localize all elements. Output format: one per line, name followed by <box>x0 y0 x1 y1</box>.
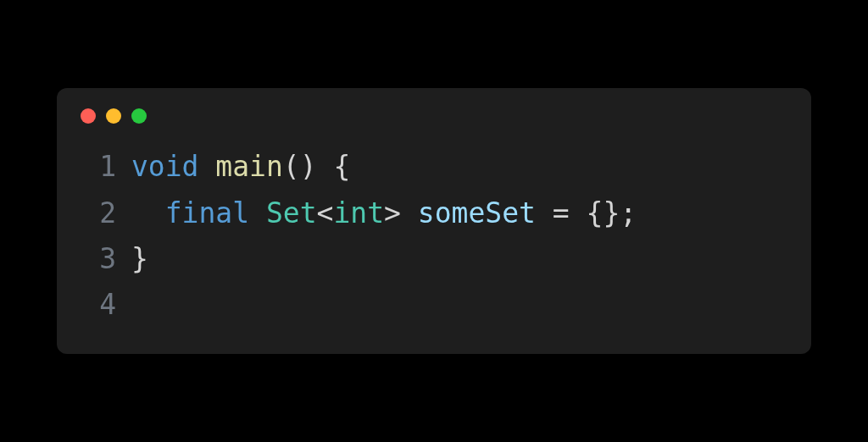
function-token: main <box>215 150 282 183</box>
window-controls <box>81 108 787 124</box>
minimize-icon[interactable] <box>106 108 121 124</box>
line-number: 3 <box>81 236 116 282</box>
code-content[interactable]: 1 void main() { 2 final Set<int> someSet… <box>81 144 787 329</box>
brace-token: { <box>333 150 350 183</box>
variable-token: someSet <box>418 196 536 229</box>
code-line: 1 void main() { <box>81 144 787 190</box>
code-text: void main() { <box>131 144 350 190</box>
operator-token: = <box>553 196 570 229</box>
angle-token: < <box>317 196 334 229</box>
line-number: 4 <box>81 282 116 328</box>
line-number: 2 <box>81 191 116 236</box>
code-text: } <box>131 236 148 282</box>
code-editor-window: 1 void main() { 2 final Set<int> someSet… <box>57 88 811 354</box>
code-text: final Set<int> someSet = {}; <box>131 191 637 236</box>
maximize-icon[interactable] <box>131 108 147 124</box>
brace-token: } <box>131 242 148 275</box>
code-line: 3 } <box>81 236 787 282</box>
semicolon-token: ; <box>620 196 637 229</box>
type-token: int <box>333 196 384 229</box>
keyword-token: final <box>165 196 249 229</box>
brace-token: {} <box>587 196 620 229</box>
code-line: 4 <box>81 282 787 328</box>
line-number: 1 <box>81 144 116 190</box>
code-line: 2 final Set<int> someSet = {}; <box>81 191 787 236</box>
close-icon[interactable] <box>81 108 96 124</box>
type-token: Set <box>266 196 317 229</box>
paren-token: () <box>283 150 317 183</box>
keyword-token: void <box>131 150 198 183</box>
angle-token: > <box>384 196 401 229</box>
